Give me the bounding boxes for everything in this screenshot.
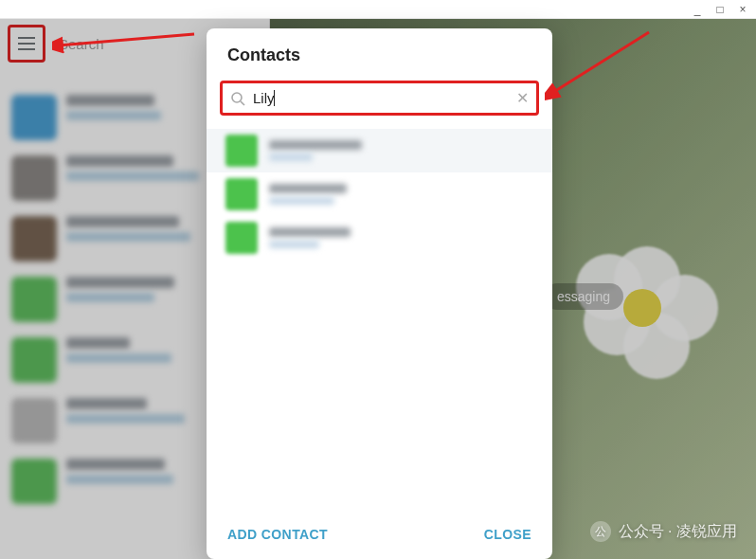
clear-search-button[interactable]: ✕ (516, 89, 529, 107)
contact-result-item[interactable] (207, 172, 552, 216)
text-caret (274, 90, 275, 106)
contact-results (207, 123, 552, 512)
close-modal-button[interactable]: CLOSE (484, 527, 531, 542)
contact-search-field[interactable]: Lily ✕ (220, 81, 539, 116)
window-titlebar: _ □ × (0, 0, 756, 19)
close-window-button[interactable]: × (737, 4, 748, 15)
add-contact-button[interactable]: ADD CONTACT (227, 527, 328, 542)
contact-avatar (225, 222, 258, 254)
watermark-text: 公众号 · 凌锐应用 (619, 522, 737, 542)
contact-result-item[interactable] (207, 216, 552, 260)
contacts-modal: Contacts Lily ✕ ADD CONTACT CLOSE (207, 28, 552, 559)
watermark: 公 公众号 · 凌锐应用 (590, 521, 737, 542)
contact-avatar (225, 178, 258, 210)
minimize-button[interactable]: _ (692, 4, 703, 15)
contact-result-item[interactable] (207, 129, 552, 172)
modal-title: Contacts (207, 28, 552, 75)
contact-avatar (225, 135, 258, 167)
modal-footer: ADD CONTACT CLOSE (207, 512, 552, 559)
svg-line-4 (241, 101, 244, 105)
contact-info (269, 227, 351, 248)
svg-point-3 (232, 93, 242, 102)
search-input-value[interactable]: Lily (253, 90, 275, 106)
contact-info (269, 184, 347, 205)
search-icon (230, 91, 245, 106)
watermark-icon: 公 (590, 521, 611, 542)
contact-info (269, 140, 362, 161)
maximize-button[interactable]: □ (714, 4, 726, 15)
